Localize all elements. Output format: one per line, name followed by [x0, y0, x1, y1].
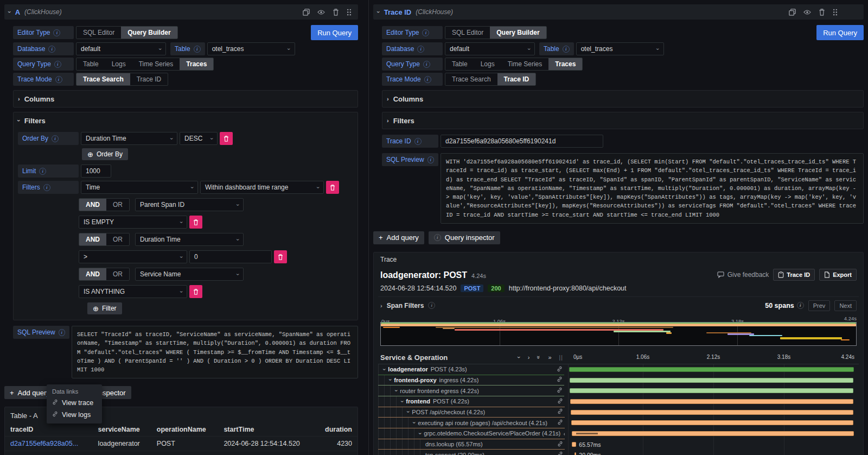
span-link-icon[interactable] [557, 366, 564, 373]
expand-span-icon[interactable]: › [387, 379, 393, 381]
view-trace-link[interactable]: View trace [52, 399, 97, 407]
expand-span-icon[interactable]: › [393, 390, 399, 391]
filter2-value-input[interactable]: 0 [189, 250, 272, 263]
filter1-field-select[interactable]: Parent Span ID› [135, 198, 244, 211]
info-icon[interactable]: i [428, 302, 435, 309]
query-row-header-a[interactable]: › A (ClickHouse) [4, 4, 358, 20]
span-link-icon[interactable] [557, 376, 564, 383]
trace-search-option[interactable]: Trace Search [76, 73, 130, 85]
run-query-button[interactable]: Run Query [311, 25, 358, 40]
columns-section[interactable]: ›Columns [382, 90, 864, 108]
info-icon[interactable]: i [194, 46, 201, 53]
span-filters-chevron[interactable]: › [380, 302, 382, 309]
span-bar[interactable] [572, 442, 576, 447]
span-link-icon[interactable] [557, 441, 565, 448]
filters-section-toggle[interactable]: ›Filters [18, 115, 353, 127]
trace-minimap[interactable]: 0μs 1.06s 2.12s 3.18s 4.24s [380, 315, 857, 346]
column-header-traceID[interactable]: traceID [5, 423, 93, 437]
remove-order-by-button[interactable] [220, 132, 233, 145]
view-logs-link[interactable]: View logs [52, 411, 97, 419]
info-icon[interactable]: i [53, 29, 60, 36]
query-builder-option[interactable]: Query Builder [490, 27, 546, 39]
delete-query-icon[interactable] [819, 9, 825, 16]
trace-id-link[interactable]: d2a7155ef6a928a05... [5, 437, 93, 451]
span-row[interactable]: ›frontendPOST (4.22s) [378, 396, 859, 407]
info-icon[interactable]: i [417, 46, 424, 53]
columns-section[interactable]: ›Columns [13, 90, 358, 108]
filter3-op-select[interactable]: IS ANYTHING› [79, 285, 187, 298]
expand-span-icon[interactable]: › [411, 422, 417, 424]
span-bar[interactable] [571, 410, 854, 415]
query-type-logs[interactable]: Logs [474, 58, 501, 70]
order-by-field-select[interactable]: Duration Time› [81, 132, 177, 145]
info-icon[interactable]: i [414, 138, 422, 145]
info-icon[interactable]: i [797, 302, 804, 309]
span-row[interactable]: ›frontend-proxyingress (4.22s) [378, 375, 859, 386]
prev-button[interactable]: Prev [808, 300, 831, 311]
add-order-by-button[interactable]: ⊕Order By [82, 148, 128, 160]
filter2-field-select[interactable]: Duration Time› [135, 233, 244, 246]
span-bar[interactable] [570, 399, 853, 404]
column-header-serviceName[interactable]: serviceName [93, 423, 151, 437]
info-icon[interactable]: i [424, 76, 431, 83]
database-select[interactable]: default› [76, 42, 166, 55]
expand-one-icon[interactable]: › [528, 354, 530, 361]
export-button[interactable]: Export [819, 269, 857, 281]
filter2-op-select[interactable]: >› [79, 250, 187, 263]
span-link-icon[interactable] [557, 398, 565, 405]
delete-query-icon[interactable] [333, 9, 339, 16]
info-icon[interactable]: i [422, 29, 429, 36]
remove-filter2-button[interactable] [274, 250, 287, 263]
table-select[interactable]: otel_traces› [207, 42, 295, 55]
duplicate-query-icon[interactable] [303, 9, 310, 16]
query-type-table[interactable]: Table [445, 58, 474, 70]
query-type-timeseries[interactable]: Time Series [132, 58, 180, 70]
hide-query-eye-icon[interactable] [317, 9, 325, 16]
query-inspector-button[interactable]: iQuery inspector [429, 231, 500, 244]
info-icon[interactable]: i [59, 329, 65, 336]
column-header-duration[interactable]: duration [315, 423, 358, 437]
collapse-all-icon[interactable]: » [535, 356, 542, 359]
expand-all-icon[interactable]: » [548, 354, 551, 361]
info-icon[interactable]: i [52, 135, 59, 142]
span-link-icon[interactable] [557, 419, 565, 426]
info-icon[interactable]: i [427, 156, 434, 163]
info-icon[interactable]: i [563, 46, 570, 53]
collapse-one-icon[interactable]: › [516, 357, 522, 359]
query-row-header-trace-id[interactable]: › Trace ID (ClickHouse) [373, 4, 864, 20]
span-filters-title[interactable]: Span Filters [387, 302, 424, 309]
span-row[interactable]: dns.lookup (65.57ms)65.57ms [378, 439, 859, 450]
info-icon[interactable]: i [43, 184, 50, 191]
span-row[interactable]: ›router frontend egress (4.22s) [378, 386, 859, 396]
span-row[interactable]: ›executing api route (pages) /api/checko… [378, 418, 859, 428]
or-option[interactable]: OR [106, 233, 129, 245]
limit-input[interactable]: 1000 [81, 165, 111, 178]
span-bar[interactable] [572, 431, 854, 436]
or-option[interactable]: OR [106, 268, 129, 280]
span-bar[interactable] [575, 452, 576, 455]
trace-id-option[interactable]: Trace ID [497, 73, 536, 85]
filter3-field-select[interactable]: Service Name› [135, 268, 244, 281]
next-button[interactable]: Next [834, 300, 857, 311]
query-type-logs[interactable]: Logs [105, 58, 132, 70]
span-link-icon[interactable] [557, 408, 565, 415]
trace-id-option[interactable]: Trace ID [130, 73, 168, 85]
and-option[interactable]: AND [79, 233, 106, 245]
give-feedback-link[interactable]: Give feedback [717, 271, 769, 279]
sql-editor-option[interactable]: SQL Editor [76, 27, 121, 39]
info-icon[interactable]: i [55, 76, 62, 83]
span-row[interactable]: ›loadgeneratorPOST (4.23s) [378, 364, 859, 375]
span-bar[interactable] [570, 378, 854, 383]
remove-filter3-button[interactable] [189, 285, 202, 298]
filters-section[interactable]: ›Filters [382, 112, 864, 129]
expand-span-icon[interactable]: › [405, 411, 411, 413]
sql-editor-option[interactable]: SQL Editor [445, 27, 490, 39]
trace-id-input[interactable]: d2a7155ef6a928a05680e5ff6190241d [441, 135, 603, 148]
query-type-timeseries[interactable]: Time Series [501, 58, 549, 70]
span-row[interactable]: ›POST /api/checkout (4.22s) [378, 407, 859, 418]
and-option[interactable]: AND [79, 199, 106, 211]
info-icon[interactable]: i [423, 61, 430, 68]
expand-span-icon[interactable]: › [381, 369, 387, 370]
span-row[interactable]: ›grpc.oteldemo.CheckoutService/PlaceOrde… [378, 428, 859, 439]
duplicate-query-icon[interactable] [789, 9, 796, 16]
